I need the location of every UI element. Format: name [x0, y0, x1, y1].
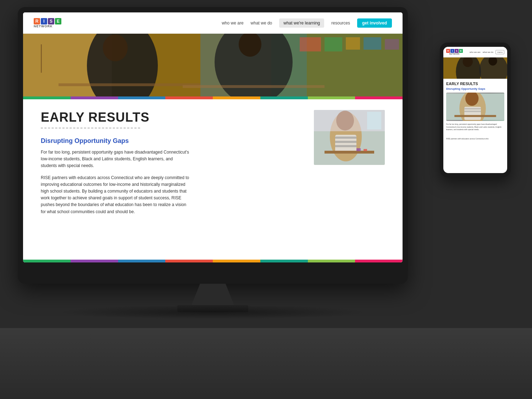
mobile-frame: R I S E NETWORK who we are what we do me… — [440, 43, 511, 177]
mobile-device: R I S E NETWORK who we are what we do me… — [440, 43, 511, 177]
mobile-nav-what[interactable]: what we do — [483, 51, 493, 53]
svg-point-6 — [103, 34, 128, 61]
desk-surface — [0, 328, 532, 399]
mobile-text-1: For far too long, persistent opportunity… — [446, 123, 504, 131]
website: R I S E NETWORK who we are what we do wh… — [23, 12, 403, 262]
svg-rect-39 — [464, 108, 481, 110]
svg-rect-13 — [346, 37, 360, 50]
mobile-content-image — [446, 93, 504, 121]
mobile-text-2: RISE partners with educators across Conn… — [446, 138, 504, 140]
content-image — [314, 110, 385, 165]
footer-seg-purple — [71, 260, 118, 262]
content-right — [314, 110, 385, 220]
mobile-section-title: Disrupting Opportunity Gaps — [446, 87, 504, 90]
svg-rect-12 — [325, 37, 342, 51]
svg-rect-24 — [325, 151, 374, 154]
logo-letter-r: R — [34, 18, 40, 24]
color-seg-pink — [355, 96, 403, 99]
svg-rect-9 — [59, 83, 200, 86]
mobile-content: EARLY RESULTS Disrupting Opportunity Gap… — [443, 79, 507, 143]
nav-resources[interactable]: resources — [331, 21, 350, 26]
mobile-hero — [443, 57, 507, 79]
mobile-screen: R I S E NETWORK who we are what we do me… — [443, 47, 507, 173]
footer-seg-green — [23, 260, 71, 262]
svg-rect-14 — [364, 37, 381, 50]
mobile-logo-i: I — [450, 49, 454, 53]
color-seg-lightgreen — [308, 96, 355, 99]
svg-rect-21 — [335, 137, 356, 139]
nav-what-were-learning[interactable]: what we're learning — [279, 18, 324, 28]
logo-network-label: NETWORK — [34, 24, 53, 28]
svg-rect-10 — [183, 85, 325, 88]
logo-rise: R I S E — [34, 18, 61, 24]
mobile-page-title: EARLY RESULTS — [446, 82, 504, 86]
svg-rect-15 — [385, 39, 399, 50]
hero-color-bar — [23, 96, 403, 99]
mobile-header: R I S E NETWORK who we are what we do me… — [443, 47, 507, 57]
mobile-logo: R I S E NETWORK — [446, 49, 463, 55]
svg-rect-4 — [41, 44, 42, 73]
logo-letter-e: E — [55, 18, 61, 24]
svg-rect-11 — [300, 37, 321, 51]
monitor-stand — [192, 284, 234, 305]
nav-what-we-do[interactable]: what we do — [251, 21, 272, 26]
monitor-frame: R I S E NETWORK who we are what we do wh… — [18, 7, 408, 284]
logo-letter-i: I — [41, 18, 47, 24]
footer-color-bar — [23, 260, 403, 262]
page-title: EARLY RESULTS — [41, 110, 303, 125]
mobile-logo-e: E — [459, 49, 463, 53]
color-seg-orange — [213, 96, 260, 99]
nav-get-involved-button[interactable]: get involved — [357, 18, 392, 28]
content-paragraph-1: For far too long, persistent opportunity… — [41, 149, 190, 170]
svg-rect-25 — [356, 148, 361, 151]
logo[interactable]: R I S E NETWORK — [34, 18, 61, 28]
section-title: Disrupting Opportunity Gaps — [41, 137, 303, 145]
mobile-logo-r: R — [446, 49, 450, 53]
nav-who-we-are[interactable]: who we are — [222, 21, 243, 26]
main-content: EARLY RESULTS Disrupting Opportunity Gap… — [23, 99, 403, 231]
site-header: R I S E NETWORK who we are what we do wh… — [23, 12, 403, 34]
svg-rect-22 — [335, 141, 356, 143]
monitor-shadow — [57, 305, 369, 319]
mobile-logo-s: S — [455, 49, 459, 53]
svg-rect-28 — [367, 112, 381, 129]
mobile-logo-rise: R I S E — [446, 49, 463, 53]
monitor: R I S E NETWORK who we are what we do wh… — [18, 7, 408, 284]
svg-rect-40 — [464, 111, 481, 112]
footer-seg-lightgreen — [308, 260, 355, 262]
color-seg-purple — [71, 96, 118, 99]
color-seg-teal — [260, 96, 308, 99]
footer-seg-teal — [260, 260, 308, 262]
scene: R I S E NETWORK who we are what we do wh… — [0, 0, 532, 399]
color-seg-red — [165, 96, 213, 99]
footer-seg-orange — [213, 260, 260, 262]
svg-rect-26 — [364, 149, 367, 151]
svg-rect-41 — [454, 115, 496, 117]
mobile-menu-button[interactable]: menu — [495, 50, 504, 54]
footer-seg-pink — [355, 260, 403, 262]
mobile-logo-network: NETWORK — [446, 53, 463, 55]
monitor-screen: R I S E NETWORK who we are what we do wh… — [23, 12, 403, 262]
mobile-website: R I S E NETWORK who we are what we do me… — [443, 47, 507, 173]
title-underline — [41, 128, 140, 128]
mobile-nav-who[interactable]: who we are — [470, 51, 481, 53]
footer-seg-blue — [118, 260, 166, 262]
main-nav: who we are what we do what we're learnin… — [222, 18, 392, 28]
hero-image — [23, 34, 403, 99]
svg-rect-23 — [335, 145, 356, 147]
color-seg-blue — [118, 96, 166, 99]
content-left: EARLY RESULTS Disrupting Opportunity Gap… — [41, 110, 303, 220]
hero-background — [23, 34, 403, 99]
footer-seg-red — [165, 260, 213, 262]
content-paragraph-2: RISE partners with educators across Conn… — [41, 174, 190, 215]
mobile-nav: who we are what we do menu — [470, 50, 504, 54]
color-seg-green — [23, 96, 71, 99]
logo-letter-s: S — [48, 18, 54, 24]
